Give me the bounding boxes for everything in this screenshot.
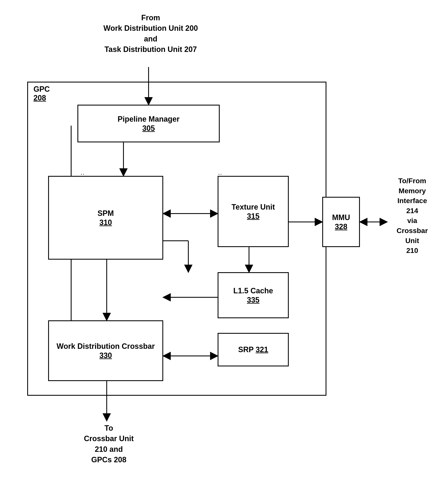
l15-cache-box: L1.5 Cache 335 (218, 272, 289, 318)
srp-box: SRP 321 (218, 333, 289, 366)
bottom-label: To Crossbar Unit 210 and GPCs 208 (80, 423, 138, 465)
top-label: From Work Distribution Unit 200 and Task… (100, 13, 201, 55)
to-from-memory-label: To/From Memory Interface 214 via Crossba… (385, 176, 439, 256)
mmu-box: MMU 328 (322, 197, 360, 247)
diagram-container: · · · · From Work Distribution Unit 200 … (0, 0, 448, 478)
texture-unit-box: Texture Unit 315 (218, 176, 289, 247)
work-dist-crossbar-box: Work Distribution Crossbar 330 (48, 320, 163, 381)
spm-box: SPM 310 (48, 176, 163, 260)
pipeline-manager-box: Pipeline Manager 305 (77, 105, 220, 142)
gpc-label: GPC 208 (33, 85, 50, 102)
